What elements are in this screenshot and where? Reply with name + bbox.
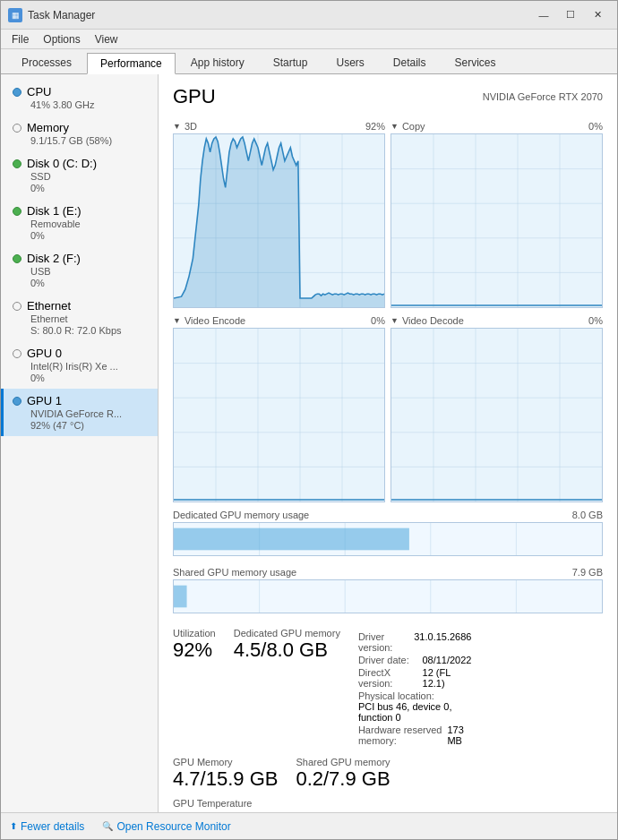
chart-3d-container: ▼ 3D 92%	[173, 121, 385, 308]
chart-copy-container: ▼ Copy 0%	[391, 121, 603, 308]
chart-copy-box	[391, 133, 603, 308]
stats-row-2: GPU Memory 4.7/15.9 GB Shared GPU memory…	[173, 757, 603, 791]
stats-row: Utilization 92% Dedicated GPU memory 4.5…	[173, 628, 603, 746]
title-bar: ▦ Task Manager — ☐ ✕	[1, 1, 617, 30]
shared-memory-max: 7.9 GB	[572, 567, 603, 578]
chevron-encode-icon: ▼	[173, 316, 181, 325]
gpu1-status-dot	[13, 397, 21, 406]
svg-rect-43	[174, 586, 187, 608]
utilization-value: 92%	[173, 639, 216, 662]
resource-monitor-icon: 🔍	[102, 821, 113, 831]
content-area: CPU 41% 3.80 GHz Memory 9.1/15.7 GB (58%…	[1, 74, 617, 812]
menu-bar: File Options View	[1, 30, 617, 49]
disk0-status-dot	[13, 159, 21, 168]
fewer-details-link[interactable]: ⬆ Fewer details	[10, 820, 84, 833]
open-resource-monitor-link[interactable]: 🔍 Open Resource Monitor	[102, 820, 230, 833]
sidebar-item-gpu1[interactable]: GPU 1 NVIDIA GeForce R... 92% (47 °C)	[1, 389, 158, 436]
chart-encode-container: ▼ Video Encode 0%	[173, 315, 385, 502]
sidebar: CPU 41% 3.80 GHz Memory 9.1/15.7 GB (58%…	[1, 74, 159, 812]
driver-date-row: Driver date: 08/11/2022	[358, 655, 472, 665]
menu-view[interactable]: View	[88, 31, 125, 47]
gpu-title: GPU	[173, 85, 216, 108]
chevron-decode-icon: ▼	[391, 316, 399, 325]
menu-file[interactable]: File	[4, 31, 36, 47]
svg-rect-37	[174, 528, 409, 551]
tab-users[interactable]: Users	[322, 52, 377, 73]
dedicated-stat: Dedicated GPU memory 4.5/8.0 GB	[234, 628, 340, 746]
top-charts-row: ▼ 3D 92%	[173, 121, 603, 308]
bottom-bar: ⬆ Fewer details 🔍 Open Resource Monitor	[1, 812, 617, 839]
sidebar-item-disk0[interactable]: Disk 0 (C: D:) SSD 0%	[1, 151, 158, 199]
minimize-button[interactable]: —	[531, 6, 556, 24]
chart-encode-value: 0%	[371, 315, 385, 326]
tab-startup[interactable]: Startup	[260, 52, 322, 73]
gpu-temp-label: GPU Temperature	[173, 798, 603, 809]
dedicated-memory-max: 8.0 GB	[572, 510, 603, 520]
window-title: Task Manager	[28, 9, 531, 21]
hardware-reserved-row: Hardware reserved memory: 173 MB	[358, 724, 472, 746]
task-manager-window: ▦ Task Manager — ☐ ✕ File Options View P…	[0, 0, 618, 840]
chart-decode-box	[391, 328, 603, 502]
utilization-label: Utilization	[173, 628, 216, 639]
chart-encode-box	[173, 328, 385, 502]
sidebar-item-memory[interactable]: Memory 9.1/15.7 GB (58%)	[1, 116, 158, 151]
tab-performance[interactable]: Performance	[87, 53, 176, 74]
main-panel: GPU NVIDIA GeForce RTX 2070 ▼ 3D 92%	[159, 74, 617, 812]
gpu-memory-label: GPU Memory	[173, 757, 278, 767]
chart-decode-label: Video Decode	[402, 315, 464, 326]
chart-copy-value: 0%	[588, 121, 603, 132]
dedicated-stat-value: 4.5/8.0 GB	[234, 639, 340, 662]
tab-details[interactable]: Details	[380, 52, 440, 73]
shared-stat-label: Shared GPU memory	[296, 757, 390, 767]
gpu-memory-value: 4.7/15.9 GB	[173, 767, 278, 791]
chevron-3d-icon: ▼	[173, 122, 181, 131]
gpu-temp-stat: GPU Temperature 47 °C	[173, 798, 603, 812]
chevron-up-icon: ⬆	[10, 821, 17, 831]
menu-options[interactable]: Options	[36, 31, 87, 47]
app-icon: ▦	[8, 8, 22, 22]
chart-3d-box	[173, 133, 385, 308]
tab-services[interactable]: Services	[442, 52, 510, 73]
chart-copy-label: Copy	[402, 121, 425, 132]
physical-location-row: Physical location: PCI bus 46, device 0,…	[358, 690, 472, 723]
memory-status-dot	[13, 124, 21, 133]
chart-decode-container: ▼ Video Decode 0%	[391, 315, 603, 502]
tab-processes[interactable]: Processes	[8, 52, 85, 73]
sidebar-item-gpu0[interactable]: GPU 0 Intel(R) Iris(R) Xe ... 0%	[1, 341, 158, 389]
shared-stat-value: 0.2/7.9 GB	[296, 767, 390, 791]
chart-3d-value: 92%	[365, 121, 385, 132]
chart-3d-label: 3D	[185, 121, 197, 132]
dedicated-memory-bar-container	[173, 522, 603, 556]
sidebar-item-ethernet[interactable]: Ethernet Ethernet S: 80.0 R: 72.0 Kbps	[1, 294, 158, 341]
shared-memory-bar-container	[173, 579, 603, 613]
cpu-status-dot	[13, 88, 21, 97]
sidebar-item-disk1[interactable]: Disk 1 (E:) Removable 0%	[1, 199, 158, 246]
maximize-button[interactable]: ☐	[558, 6, 583, 24]
tab-app-history[interactable]: App history	[177, 52, 258, 73]
dedicated-memory-section: Dedicated GPU memory usage 8.0 GB	[173, 510, 603, 560]
sidebar-item-disk2[interactable]: Disk 2 (F:) USB 0%	[1, 246, 158, 294]
ethernet-status-dot	[13, 302, 21, 311]
chevron-copy-icon: ▼	[391, 122, 399, 131]
shared-stat: Shared GPU memory 0.2/7.9 GB	[296, 757, 390, 791]
shared-memory-section: Shared GPU memory usage 7.9 GB	[173, 567, 603, 617]
gpu0-status-dot	[13, 349, 21, 358]
dedicated-stat-label: Dedicated GPU memory	[234, 628, 340, 639]
driver-version-row: Driver version: 31.0.15.2686	[358, 631, 472, 653]
chart-encode-label: Video Encode	[185, 315, 245, 326]
driver-info: Driver version: 31.0.15.2686 Driver date…	[358, 628, 603, 746]
gpu-memory-stat: GPU Memory 4.7/15.9 GB	[173, 757, 278, 791]
chart-decode-value: 0%	[588, 315, 603, 326]
utilization-stat: Utilization 92%	[173, 628, 216, 746]
disk2-status-dot	[13, 254, 21, 263]
close-button[interactable]: ✕	[585, 6, 610, 24]
svg-rect-38	[174, 580, 602, 613]
window-controls: — ☐ ✕	[531, 6, 610, 24]
gpu-header: GPU NVIDIA GeForce RTX 2070	[173, 85, 603, 108]
bottom-charts-row: ▼ Video Encode 0%	[173, 315, 603, 502]
gpu-model: NVIDIA GeForce RTX 2070	[483, 91, 603, 102]
shared-memory-label: Shared GPU memory usage	[173, 567, 296, 578]
dedicated-memory-label: Dedicated GPU memory usage	[173, 510, 309, 520]
sidebar-item-cpu[interactable]: CPU 41% 3.80 GHz	[1, 80, 158, 116]
tab-bar: Processes Performance App history Startu…	[1, 49, 617, 74]
